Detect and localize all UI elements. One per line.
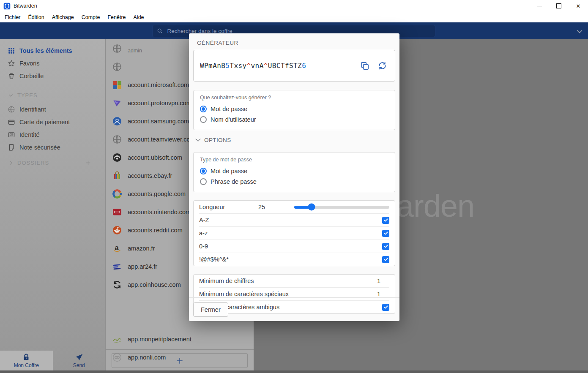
ubisoft-icon: [112, 152, 122, 163]
radio-unselected-icon[interactable]: [200, 178, 207, 185]
google-icon: [112, 189, 122, 199]
menu-fenetre[interactable]: Fenêtre: [104, 12, 129, 22]
charset-label: a-z: [199, 230, 382, 237]
radio-selected-icon[interactable]: [200, 168, 207, 174]
checkbox-checked-icon[interactable]: [382, 217, 389, 224]
vault-item-title: accounts.nintendo.com: [128, 209, 191, 215]
add-folder-icon[interactable]: [85, 159, 92, 166]
chevron-right-icon: [8, 160, 14, 166]
sidebar-item-label: Corbeille: [19, 73, 44, 79]
regenerate-password-button[interactable]: [377, 61, 387, 71]
sidebar-item-identifiant[interactable]: Identifiant: [0, 103, 105, 116]
sidebar-section-dossiers[interactable]: DOSSIERS: [0, 156, 105, 169]
star-icon: [8, 60, 15, 67]
bitwarden-window: Bitwarden ✕ FichierÉditionAffichageCompt…: [0, 0, 588, 373]
generate-what-label: Que souhaitez-vous générer ?: [200, 95, 388, 101]
generate-what-card: Que souhaitez-vous générer ? Mot de pass…: [193, 90, 395, 130]
bottom-strip: [0, 370, 588, 373]
sidebar-section-types[interactable]: TYPES: [0, 89, 105, 101]
globe-icon: [112, 134, 122, 144]
charset-label: !@#$%^&*: [199, 256, 382, 263]
list-footer: [106, 349, 254, 370]
generated-password: WPmAnB5Txsy^vnA^UBCTfSTZ6: [200, 62, 360, 70]
vault-item-text: app.monpetitplacement: [128, 336, 191, 343]
menu-edition[interactable]: Édition: [25, 12, 48, 22]
radio-selected-icon[interactable]: [200, 106, 207, 112]
generate-what-option-nom-d-utilisateur[interactable]: Nom d'utilisateur: [200, 114, 388, 125]
vault-item-text: accounts.google.com: [128, 191, 186, 197]
sidebar-item-note-securisee[interactable]: Note sécurisée: [0, 141, 105, 154]
vault-item-title: accounts.ebay.fr: [128, 172, 172, 179]
modal-title: GÉNÉRATEUR: [197, 40, 395, 46]
charset-label: A-Z: [199, 217, 382, 223]
nav-tab-mon-coffre[interactable]: Mon Coffre: [0, 351, 53, 370]
radio-label: Mot de passe: [211, 106, 247, 112]
vault-item[interactable]: app.monpetitplacement: [106, 330, 254, 348]
nav-tab-label: Mon Coffre: [14, 362, 39, 368]
chevron-down-icon: [8, 92, 14, 98]
vault-item-text: accounts.ebay.fr: [128, 172, 172, 179]
globe-icon: [112, 44, 122, 54]
copy-password-button[interactable]: [360, 61, 369, 71]
add-item-button[interactable]: [112, 353, 248, 368]
protonvpn-icon: [112, 98, 122, 108]
account-chevron-down-icon[interactable]: [575, 27, 584, 34]
sidebar-item-label: Identité: [19, 131, 40, 138]
vault-item-title: app.ar24.fr: [128, 263, 157, 270]
vault-item-title: account.microsoft.com: [128, 82, 189, 88]
vault-item-text: account.teamviewer.com: [128, 136, 195, 143]
length-slider[interactable]: [294, 206, 389, 209]
sidebar-item-label: Favoris: [19, 60, 40, 67]
checkbox-checked-icon[interactable]: [382, 256, 389, 263]
radio-unselected-icon[interactable]: [200, 116, 207, 123]
sidebar-item-carte-de-paiement[interactable]: Carte de paiement: [0, 116, 105, 128]
charset-card: Longueur 25 A-Za-z0-9!@#$%^&*: [193, 200, 395, 266]
reddit-icon: [112, 225, 122, 235]
sidebar-item-tous-les-elements[interactable]: Tous les éléments: [0, 44, 105, 57]
sidebar-item-label: Tous les éléments: [19, 47, 72, 54]
generate-what-option-mot-de-passe[interactable]: Mot de passe: [200, 103, 388, 114]
options-header[interactable]: OPTIONS: [194, 136, 395, 144]
length-value: 25: [258, 204, 294, 210]
menu-affichage[interactable]: Affichage: [48, 12, 78, 22]
nav-tab-label: Send: [73, 362, 85, 368]
close-window-button[interactable]: ✕: [569, 0, 588, 12]
sidebar-item-label: Identifiant: [19, 106, 46, 113]
password-type-option-phrase-de-passe[interactable]: Phrase de passe: [200, 176, 388, 187]
minimize-button[interactable]: [530, 0, 549, 12]
charset-row-: !@#$%^&*: [199, 253, 389, 266]
length-label: Longueur: [199, 204, 258, 210]
ebay-icon: [112, 171, 122, 181]
vault-item-title: account.protonvpn.com: [128, 100, 191, 106]
charset-row-a-z: A-Z: [199, 213, 389, 226]
vault-item-text: account.microsoft.com: [128, 82, 189, 88]
monpetitplacement-icon: [112, 334, 122, 344]
vault-item-text: app.ar24.fr: [128, 263, 157, 270]
slider-thumb[interactable]: [308, 204, 315, 211]
close-modal-button[interactable]: Fermer: [193, 302, 228, 317]
nav-tab-send[interactable]: Send: [53, 351, 106, 370]
svg-text:a: a: [115, 243, 119, 251]
checkbox-checked-icon[interactable]: [382, 230, 389, 237]
vault-item-text: account.samsung.com: [128, 118, 189, 125]
password-type-option-mot-de-passe[interactable]: Mot de passe: [200, 166, 388, 176]
plus-icon: [175, 357, 184, 365]
sidebar-item-corbeille[interactable]: Corbeille: [0, 70, 105, 82]
maximize-button[interactable]: [549, 0, 569, 12]
minimum-row-minimum-de-chiffres: Minimum de chiffres1: [199, 275, 389, 287]
menu-compte[interactable]: Compte: [78, 12, 104, 22]
minimum-label: Minimum de chiffres: [199, 278, 377, 284]
checkbox-checked-icon[interactable]: [382, 243, 389, 250]
globe-icon: [112, 62, 122, 72]
menu-fichier[interactable]: Fichier: [1, 12, 25, 22]
sidebar-item-favoris[interactable]: Favoris: [0, 57, 105, 70]
menu-aide[interactable]: Aide: [130, 12, 148, 22]
amazon-icon: a: [112, 243, 122, 253]
generated-password-box[interactable]: WPmAnB5Txsy^vnA^UBCTfSTZ6: [193, 50, 395, 82]
vault-item-subtitle: admin: [128, 48, 142, 54]
charset-label: 0-9: [199, 243, 382, 250]
sidebar-item-identite[interactable]: Identité: [0, 128, 105, 141]
vault-item-title: account.teamviewer.com: [128, 136, 195, 143]
search-icon: [157, 28, 163, 34]
minimum-value: 1: [377, 278, 380, 284]
